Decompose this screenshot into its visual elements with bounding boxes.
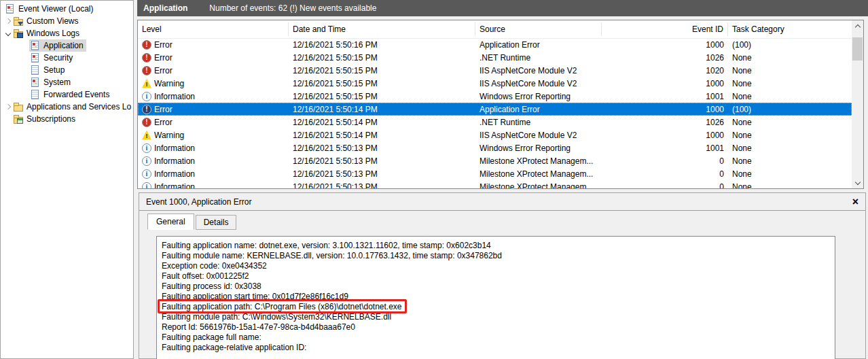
log-red-icon (30, 52, 41, 63)
chevron-down-icon[interactable] (3, 31, 12, 35)
main-area: Application Number of events: 62 (!) New… (137, 0, 868, 359)
close-icon[interactable]: × (852, 196, 858, 207)
source-cell: Application Error (475, 105, 602, 114)
datetime-cell: 12/16/2021 5:50:13 PM (289, 156, 475, 166)
sidebar-item-subscriptions[interactable]: Subscriptions (1, 113, 133, 125)
tree-item-label: Subscriptions (26, 114, 75, 124)
event-row[interactable]: Warning12/16/2021 5:50:15 PMIIS AspNetCo… (138, 77, 852, 90)
event-row[interactable]: Error12/16/2021 5:50:15 PMIIS AspNetCore… (138, 64, 852, 77)
level-cell: Error (138, 40, 289, 50)
event-description-text[interactable]: Faulting application name: dotnet.exe, v… (156, 236, 835, 359)
level-cell: Information (138, 169, 289, 179)
event-list-scrollbar[interactable] (852, 20, 863, 188)
datetime-cell: 12/16/2021 5:50:14 PM (289, 131, 475, 140)
task-category-cell: None (728, 92, 756, 101)
sidebar-item-security[interactable]: Security (1, 52, 133, 64)
level-cell: Error (138, 53, 289, 63)
datetime-cell: 12/16/2021 5:50:14 PM (289, 118, 475, 127)
detail-line: Faulting application start time: 0x01d7f… (162, 292, 830, 302)
datetime-cell: 12/16/2021 5:50:15 PM (289, 66, 475, 75)
sidebar-item-forwarded-events[interactable]: Forwarded Events (1, 88, 133, 101)
event-id-cell: 1001 (602, 92, 728, 101)
task-category-cell: None (728, 169, 756, 179)
scrollbar-thumb[interactable] (852, 37, 863, 61)
tree-item-label: Forwarded Events (43, 90, 109, 99)
event-row[interactable]: Error12/16/2021 5:50:14 PMApplication Er… (138, 103, 852, 116)
event-row[interactable]: Information12/16/2021 5:50:13 PMWindows … (138, 141, 852, 154)
log-name-label: Application (143, 3, 187, 13)
event-row[interactable]: Information12/16/2021 5:50:15 PMWindows … (138, 90, 852, 103)
event-row[interactable]: Warning12/16/2021 5:50:14 PMIIS AspNetCo… (138, 129, 852, 141)
tree-item-label: Event Viewer (Local) (18, 4, 94, 14)
datetime-cell: 12/16/2021 5:50:15 PM (289, 53, 475, 63)
log-plain-icon (30, 89, 41, 100)
scroll-up-icon[interactable] (852, 20, 863, 32)
information-icon (142, 143, 151, 153)
event-row[interactable]: Error12/16/2021 5:50:15 PM.NET Runtime10… (138, 51, 852, 64)
level-cell: Warning (138, 131, 289, 140)
datetime-cell: 12/16/2021 5:50:14 PM (289, 105, 475, 114)
tree-item-label: Security (43, 53, 73, 63)
annotation-box: Faulting application path: C:\Program Fi… (162, 302, 402, 311)
event-list-header: LevelDate and TimeSourceEvent IDTask Cat… (138, 20, 852, 39)
level-cell: Error (138, 118, 289, 127)
tab-details[interactable]: Details (196, 215, 237, 230)
detail-line: Faulting application name: dotnet.exe, v… (162, 241, 830, 251)
log-red-icon (30, 77, 41, 88)
task-category-cell: None (728, 118, 756, 127)
column-header-event-id[interactable]: Event ID (602, 22, 728, 36)
task-category-cell: (100) (728, 105, 755, 114)
error-icon (142, 66, 151, 75)
detail-line: Report Id: 5661976b-15a1-47e7-98ca-b4d4b… (162, 322, 830, 332)
events-summary-label: Number of events: 62 (!) New events avai… (209, 3, 376, 13)
sidebar-item-application[interactable]: Application (1, 39, 133, 52)
sidebar-item-setup[interactable]: Setup (1, 64, 133, 76)
scroll-down-icon[interactable] (852, 177, 863, 188)
console-tree: Event Viewer (Local)Custom ViewsWindows … (0, 0, 134, 359)
source-cell: Application Error (475, 40, 602, 50)
event-row[interactable]: Error12/16/2021 5:50:14 PM.NET Runtime10… (138, 116, 852, 129)
log-header-bar: Application Number of events: 62 (!) New… (137, 0, 868, 16)
sidebar-item-event-viewer-local-[interactable]: Event Viewer (Local) (1, 3, 133, 15)
column-header-level[interactable]: Level (138, 22, 289, 36)
event-row[interactable]: Information12/16/2021 5:50:13 PMMileston… (138, 167, 852, 180)
tree-item-label: System (43, 78, 71, 87)
tree-item-label: Application (43, 41, 84, 50)
task-category-cell: None (728, 53, 756, 63)
chevron-right-icon[interactable] (3, 19, 12, 23)
tree-item-content: Subscriptions (12, 113, 78, 125)
event-row[interactable]: Error12/16/2021 5:50:16 PMApplication Er… (138, 38, 852, 51)
level-label: Information (154, 169, 195, 179)
sidebar-item-system[interactable]: System (1, 76, 133, 88)
event-viewer-window: Event Viewer (Local)Custom ViewsWindows … (0, 0, 868, 359)
level-label: Warning (154, 131, 184, 140)
event-id-cell: 0 (602, 169, 728, 179)
tree-item-content: System (29, 76, 73, 88)
error-icon (142, 40, 151, 50)
sidebar-item-custom-views[interactable]: Custom Views (1, 15, 133, 27)
source-cell: Milestone XProtect Managem... (475, 182, 602, 189)
event-row[interactable]: Information12/16/2021 5:50:13 PMMileston… (138, 154, 852, 167)
column-header-date-and-time[interactable]: Date and Time (289, 22, 475, 36)
detail-line: Exception code: 0xe0434352 (162, 261, 830, 271)
tree-item-content: Setup (29, 64, 67, 76)
level-cell: Information (138, 92, 289, 101)
tab-general[interactable]: General (147, 213, 194, 230)
level-cell: Error (138, 105, 289, 114)
tree-item-label: Custom Views (26, 16, 78, 26)
chevron-right-icon[interactable] (3, 105, 12, 109)
sidebar-item-windows-logs[interactable]: Windows Logs (1, 27, 133, 39)
information-icon (142, 169, 151, 179)
error-icon (142, 105, 151, 114)
column-header-task-category[interactable]: Task Category (728, 22, 852, 36)
column-header-source[interactable]: Source (475, 22, 602, 36)
event-list-body: Error12/16/2021 5:50:16 PMApplication Er… (138, 38, 852, 188)
event-row[interactable]: Information12/16/2021 5:50:13 PMMileston… (138, 180, 852, 188)
tree-item-label: Setup (43, 65, 65, 75)
datetime-cell: 12/16/2021 5:50:13 PM (289, 182, 475, 189)
sidebar-item-applications-and-services-lo[interactable]: Applications and Services Lo (1, 101, 133, 113)
event-id-cell: 1026 (602, 53, 728, 63)
subscriptions-icon (13, 114, 24, 124)
level-label: Warning (154, 79, 184, 88)
source-cell: IIS AspNetCore Module V2 (475, 131, 602, 140)
